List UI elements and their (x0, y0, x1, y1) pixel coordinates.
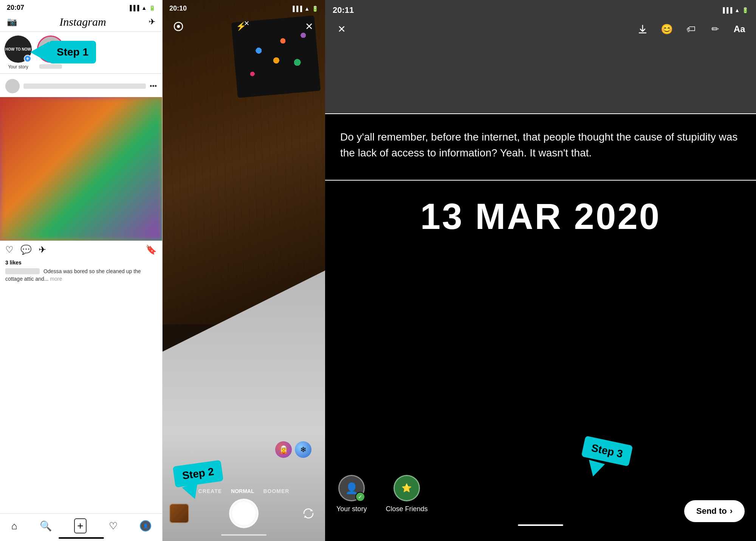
send-to-button[interactable]: Send to › (684, 500, 745, 522)
user-icon-dest: 👤 (345, 482, 358, 495)
status-icons-p3: ▐▐▐ ▲ 🔋 (721, 7, 748, 13)
home-indicator-area-p2 (163, 534, 325, 541)
step2-annotation: Step 2 (174, 463, 222, 499)
story-avatar-purple[interactable]: 🧝 (275, 441, 292, 458)
signal-p3: ▐▐▐ (721, 7, 732, 13)
star-icon-dest: ⭐ (401, 483, 412, 493)
story-destinations: 👤 ✓ Your story ⭐ Close Friends (336, 475, 745, 513)
camera-controls-row (163, 496, 325, 534)
status-bar-panel2: 20:10 ▐▐▐ ▲ 🔋 (163, 0, 325, 15)
post-user-row: ••• (0, 75, 162, 97)
home-indicator-p3 (518, 524, 563, 526)
status-icons-p1: ▐▐▐ ▲ 🔋 (128, 5, 155, 11)
story-date: 13 MAR 2020 (336, 196, 745, 237)
nav-home-icon[interactable]: ⌂ (11, 520, 17, 532)
step2-label: Step 2 (181, 465, 215, 481)
dest-your-story-circle: 👤 ✓ (338, 475, 365, 501)
home-indicator-p2 (221, 534, 266, 536)
post-more-link[interactable]: more (50, 276, 62, 282)
wifi-p3: ▲ (734, 7, 740, 13)
story-doodle-icon[interactable]: ✏ (707, 21, 723, 37)
post-avatar (5, 79, 20, 93)
battery-icon-p1: 🔋 (149, 5, 155, 11)
story-editor-controls: ✕ 😊 🏷 ✏ Aa (325, 21, 756, 37)
nav-search-icon[interactable]: 🔍 (40, 520, 52, 532)
status-time-p2: 20:10 (169, 5, 187, 12)
step1-annotation: Step 1 (30, 41, 96, 63)
gallery-thumbnail[interactable] (169, 504, 189, 523)
svg-point-1 (177, 25, 180, 28)
step3-label: Step 3 (590, 442, 624, 460)
step3-arrow (585, 460, 605, 479)
home-indicator-p1 (59, 537, 104, 539)
story-download-icon[interactable] (634, 21, 651, 37)
your-story-label: Your story (8, 64, 28, 70)
post-image-blur (0, 97, 163, 241)
like-icon[interactable]: ♡ (5, 244, 14, 255)
flip-camera-icon[interactable] (299, 504, 318, 523)
panel-instagram-feed: 20:07 ▐▐▐ ▲ 🔋 📷 Instagram ✈ HOW TO NOW +… (0, 0, 163, 541)
post-username-inline (5, 268, 40, 274)
camera-background (163, 0, 325, 541)
status-time-p1: 20:07 (7, 4, 24, 12)
your-story-avatar-wrap: HOW TO NOW + (5, 36, 32, 63)
post-image (0, 97, 163, 241)
dest-your-story[interactable]: 👤 ✓ Your story (336, 475, 367, 513)
camera-icon[interactable]: 📷 (7, 17, 17, 27)
story-bottom-section: 👤 ✓ Your story ⭐ Close Friends Send to › (325, 467, 756, 541)
panel-camera: 20:10 ▐▐▐ ▲ 🔋 ⚡✕ ✕ 🧝 ❄ CREATE NORMAL BOO… (163, 0, 325, 541)
your-story-item[interactable]: HOW TO NOW + Your story (5, 36, 32, 70)
shutter-button[interactable] (229, 499, 259, 528)
other-story-label (39, 64, 62, 69)
story-avatar-blue[interactable]: ❄ (295, 441, 311, 458)
post-actions: ♡ 💬 ✈ 🔖 (0, 241, 162, 259)
dest-your-story-label: Your story (336, 505, 367, 513)
instagram-logo: Instagram (59, 15, 106, 28)
send-icon[interactable]: ✈ (149, 17, 155, 27)
nav-heart-icon[interactable]: ♡ (109, 520, 118, 532)
send-to-arrow: › (730, 506, 733, 516)
story-avatars-row: 🧝 ❄ (268, 439, 318, 458)
nav-add-icon[interactable]: + (74, 518, 86, 533)
post-more-icon[interactable]: ••• (150, 82, 157, 90)
mode-boomer[interactable]: BOOMER (263, 488, 289, 494)
flash-off-icon[interactable]: ⚡✕ (236, 19, 251, 34)
post-caption: Odessa was bored so she cleaned up the c… (0, 267, 162, 285)
close-camera-icon[interactable]: ✕ (302, 19, 317, 34)
nav-profile-avatar[interactable]: 👤 (140, 520, 151, 532)
story-text-icon[interactable]: Aa (731, 21, 748, 37)
wifi-p2: ▲ (304, 6, 310, 12)
status-bar-panel3: 20:11 ▐▐▐ ▲ 🔋 (325, 0, 756, 17)
battery-p2: 🔋 (312, 6, 318, 12)
svg-marker-3 (304, 516, 307, 518)
wifi-icon-p1: ▲ (141, 5, 147, 11)
story-date-block: 13 MAR 2020 (325, 181, 756, 252)
panel-story-editor: 20:11 ▐▐▐ ▲ 🔋 ✕ 😊 🏷 ✏ Aa (325, 0, 756, 541)
post-username (23, 83, 146, 89)
bookmark-icon[interactable]: 🔖 (146, 244, 157, 255)
step1-body: Step 1 (49, 41, 96, 63)
mode-normal[interactable]: NORMAL (231, 488, 254, 494)
camera-settings-icon[interactable] (171, 19, 186, 34)
home-indicator-area-p3 (336, 524, 745, 526)
status-time-p3: 20:11 (333, 5, 354, 15)
story-text-content: Do y'all remember, before the internet, … (325, 114, 756, 180)
dest-close-friends-label: Close Friends (386, 505, 428, 513)
dest-check-your-story: ✓ (355, 492, 365, 502)
story-right-controls: 😊 🏷 ✏ Aa (634, 21, 748, 37)
post-likes: 3 likes (0, 259, 162, 267)
camera-top-controls: ⚡✕ ✕ (163, 19, 325, 34)
step1-label: Step 1 (57, 46, 88, 58)
signal-p2: ▐▐▐ (291, 6, 302, 12)
story-sticker-icon[interactable]: 🏷 (683, 21, 699, 37)
signal-icon-p1: ▐▐▐ (128, 5, 139, 11)
story-close-icon[interactable]: ✕ (333, 21, 350, 37)
shutter-inner (232, 502, 256, 525)
comment-icon[interactable]: 💬 (20, 244, 32, 255)
dest-close-friends[interactable]: ⭐ Close Friends (386, 475, 428, 513)
dest-close-friends-circle: ⭐ (393, 475, 420, 501)
instagram-header: 📷 Instagram ✈ (0, 13, 162, 32)
share-icon[interactable]: ✈ (39, 244, 46, 255)
step1-arrow (30, 42, 49, 63)
story-emoji-icon[interactable]: 😊 (658, 21, 675, 37)
